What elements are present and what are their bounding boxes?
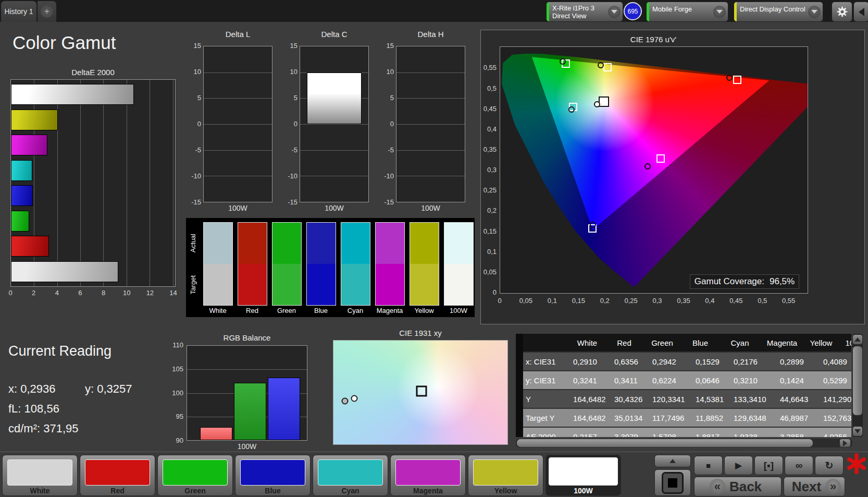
stop-icon: ■ (706, 461, 711, 470)
bar-row (11, 261, 175, 282)
pattern-window-icon (662, 472, 684, 494)
target-marker-red (733, 76, 741, 84)
chart-title: Delta C (300, 30, 369, 39)
delta_h-plot (396, 46, 465, 202)
patch-swatch (7, 459, 72, 486)
patch-button-magenta[interactable]: Magenta (390, 455, 466, 496)
swatch-label: Magenta (371, 307, 408, 314)
back-button[interactable]: « Back (694, 477, 782, 496)
axis-tick-label: 12 (146, 289, 154, 297)
patch-button-red[interactable]: Red (80, 455, 155, 496)
cell: 133,3410 (731, 395, 777, 404)
settings-button[interactable] (832, 2, 852, 22)
actual-swatch (272, 223, 301, 264)
cell: 0,5299 (821, 376, 851, 385)
scroll-down-button[interactable] (853, 427, 862, 436)
collapse-panel-button[interactable] (853, 2, 868, 22)
source-selector[interactable]: Mobile Forge (646, 2, 728, 22)
table-row-target-y[interactable]: Target Y164,648235,0134117,749611,885212… (523, 409, 851, 428)
axis-tick-label: 6 (78, 289, 82, 297)
column-header: 100W (840, 338, 851, 347)
target-swatch (444, 264, 473, 305)
cell: 129,6348 (731, 414, 777, 422)
measured-marker-1 (351, 395, 357, 402)
table-row-x-cie31[interactable]: x: CIE310,29100,63560,29420,15290,21760,… (523, 353, 851, 371)
scroll-right-button[interactable] (840, 439, 850, 447)
axis-tick-label: 2 (32, 289, 35, 297)
patch-button-yellow[interactable]: Yellow (468, 455, 543, 496)
refresh-button[interactable]: ↻ (815, 456, 844, 475)
gamut-coverage-value: 96,5% (770, 276, 795, 287)
table-row--e-2000[interactable]: ΔE 20000,21573,30791,57081,88171,93383,2… (523, 428, 851, 437)
patch-label: Green (158, 487, 232, 495)
axis-tick-label: -15 (183, 198, 201, 206)
cell: 11,8852 (693, 414, 731, 422)
horizontal-scroll-thumb[interactable] (517, 439, 813, 447)
axis-tick-label: 5 (376, 94, 394, 102)
swatch-column-blue (306, 222, 336, 306)
bar-row (11, 135, 175, 155)
axis-tick-label: 0,45 (479, 105, 497, 113)
reading-count-badge[interactable]: 695 (624, 2, 642, 20)
patch-button-100w[interactable]: 100W (545, 455, 621, 496)
display-control-selector[interactable]: Direct Display Control (734, 2, 823, 22)
axis-category-label: 100W (396, 204, 465, 212)
gamut-coverage-label: Gamut Coverage: (695, 276, 764, 287)
row-label: x: CIE31 (523, 357, 571, 366)
patch-label: 100W (546, 487, 621, 495)
measure-single-button[interactable]: [▪] (754, 456, 783, 475)
axis-tick-label: 0,55 (782, 297, 795, 305)
patch-button-blue[interactable]: Blue (235, 455, 311, 496)
axis-tick-label: 0,25 (624, 297, 637, 305)
patch-button-white[interactable]: White (2, 455, 78, 496)
axis-tick-label: 0,5 (479, 84, 497, 92)
axis-tick-label: 14 (169, 289, 177, 297)
actual-swatch (376, 223, 404, 264)
tab-history-1[interactable]: History 1 (1, 1, 36, 22)
cell: 152,7630 (821, 414, 851, 422)
play-button[interactable]: ▶ (724, 456, 753, 475)
patch-button-green[interactable]: Green (157, 455, 233, 496)
scroll-up-button[interactable] (853, 335, 862, 344)
delta_l-plot (203, 46, 272, 202)
stop-button[interactable]: ■ (694, 456, 723, 475)
vertical-scroll-thumb[interactable] (853, 346, 862, 415)
axis-tick-label: -5 (183, 146, 201, 154)
measured-marker-blue (590, 222, 596, 228)
patch-button-cyan[interactable]: Cyan (313, 455, 388, 496)
play-icon: ▶ (735, 460, 741, 470)
meter-device-selector[interactable]: X-Rite i1Pro 3 Direct View (546, 2, 623, 22)
gridline (396, 98, 465, 99)
chevron-left-icon: « (710, 479, 725, 494)
cell: 164,6482 (571, 395, 612, 404)
rgb-balance-plot (187, 345, 307, 441)
next-button[interactable]: Next » (784, 477, 845, 496)
bar-row (11, 110, 175, 130)
patch-label: Magenta (391, 487, 465, 495)
collapse-controls-button[interactable] (654, 455, 691, 467)
table-row-y[interactable]: Y164,648230,4326120,334114,5381133,34104… (523, 390, 851, 409)
cell: 164,6482 (571, 414, 612, 422)
table-row-y-cie31[interactable]: y: CIE310,32410,34110,62240,06460,32100,… (523, 371, 851, 390)
bar-blue (268, 378, 300, 440)
axis-category-label: 100W (300, 204, 369, 212)
cell: 117,7496 (650, 414, 693, 422)
calibration-app-window: History 1 + X-Rite i1Pro 3 Direct View 6… (0, 0, 868, 497)
measure-continuous-button[interactable]: ∞ (785, 456, 813, 475)
column-header: Red (606, 338, 642, 347)
axis-tick-label: 0,45 (729, 297, 742, 305)
add-tab-button[interactable]: + (38, 1, 56, 22)
axis-tick-label: 0 (8, 289, 12, 297)
chevron-left-icon (859, 8, 864, 16)
pattern-window-button[interactable] (654, 469, 691, 496)
row-label: y: CIE31 (523, 376, 571, 385)
unsaved-session-asterisk-icon (846, 453, 867, 474)
bar-magenta (11, 135, 47, 155)
axis-tick-label: 0,1 (548, 297, 557, 305)
actual-swatch (204, 223, 232, 264)
bar-row (11, 84, 175, 105)
patch-label: White (3, 487, 77, 495)
axis-tick-label: 0,35 (479, 146, 497, 153)
target-row-label: Target (189, 275, 197, 294)
swatch-column-red (238, 222, 267, 306)
